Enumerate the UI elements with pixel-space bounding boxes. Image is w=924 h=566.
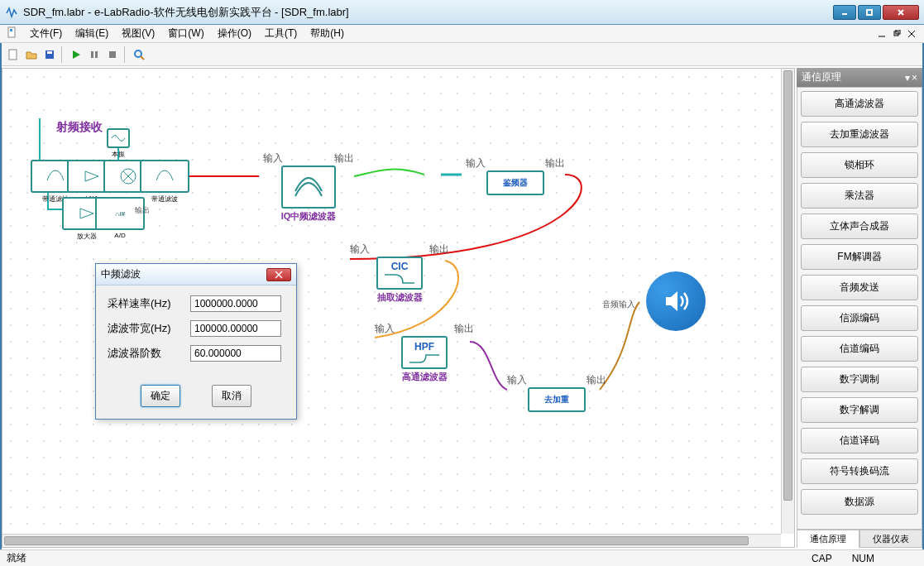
window-titlebar: SDR_fm.labr - e-LabRadio-软件无线电创新实践平台 - [… (0, 0, 924, 25)
disc-in-label: 输入 (466, 156, 486, 170)
svg-marker-24 (80, 209, 93, 218)
category-button[interactable]: 乘法器 (801, 183, 918, 209)
cic-box-text: CIC (391, 261, 409, 272)
ad-label: A/D (114, 232, 125, 239)
cic-out-label: 输出 (429, 242, 449, 257)
side-panel-header: 通信原理 ▾ × (797, 68, 922, 87)
mdi-restore-button[interactable] (891, 28, 902, 40)
side-panel-tabs: 通信原理 仪器仪表 (797, 530, 922, 548)
lo-label: 本振 (112, 150, 125, 159)
filter-order-input[interactable] (190, 345, 281, 362)
hpf-label: 高通滤波器 (402, 371, 448, 383)
mdi-minimize-button[interactable] (876, 28, 888, 40)
category-button[interactable]: 信道编码 (801, 336, 918, 362)
panel-dropdown-icon[interactable]: ▾ (905, 72, 910, 84)
bpf2-block[interactable] (140, 160, 189, 193)
side-panel: 通信原理 ▾ × 高通滤波器 去加重滤波器 锁相环 乘法器 立体声合成器 FM解… (797, 68, 922, 548)
menu-edit[interactable]: 编辑(E) (69, 25, 115, 42)
deemph-in-label: 输入 (507, 373, 527, 387)
status-bar: 就绪 CAP NUM (0, 549, 924, 566)
menu-tool[interactable]: 工具(T) (258, 25, 304, 42)
iq-in-label: 输入 (263, 151, 283, 165)
vertical-scrollbar[interactable] (781, 69, 794, 534)
cic-in-label: 输入 (350, 242, 370, 257)
dialog-title: 中频滤波 (101, 267, 266, 281)
category-button[interactable]: 数据源 (801, 489, 918, 515)
disc-out-label: 输出 (545, 156, 565, 170)
cic-label: 抽取滤波器 (377, 291, 423, 304)
cic-block[interactable]: CIC (376, 257, 423, 290)
iq-filter-label: IQ中频滤波器 (281, 210, 337, 223)
svg-rect-4 (8, 27, 15, 37)
doc-icon (7, 26, 18, 41)
app-icon (5, 6, 18, 19)
deemph-out-label: 输出 (586, 373, 606, 387)
window-title: SDR_fm.labr - e-LabRadio-软件无线电创新实践平台 - [… (23, 5, 831, 20)
if-filter-dialog: 中频滤波 采样速率(Hz) 滤波带宽(Hz) 滤波器阶数 确定 取消 (95, 263, 297, 420)
status-cap: CAP (802, 553, 842, 564)
minimize-button[interactable] (833, 5, 856, 20)
ok-button[interactable]: 确定 (141, 385, 180, 407)
svg-rect-5 (10, 29, 12, 31)
menu-view[interactable]: 视图(V) (115, 25, 161, 42)
cancel-button[interactable]: 取消 (212, 385, 251, 407)
deemphasis-block[interactable]: 去加重 (528, 387, 586, 412)
sample-rate-input[interactable] (190, 295, 281, 312)
svg-rect-1 (867, 10, 872, 15)
category-button[interactable]: 锁相环 (801, 152, 918, 178)
hpf-box-text: HPF (414, 341, 434, 353)
menu-bar: 文件(F) 编辑(E) 视图(V) 窗口(W) 操作(O) 工具(T) 帮助(H… (0, 25, 924, 43)
category-button[interactable]: 音频发送 (801, 275, 918, 300)
bandwidth-input[interactable] (190, 320, 281, 337)
rf-out-label: 输出 (135, 205, 150, 216)
dialog-titlebar[interactable]: 中频滤波 (96, 264, 296, 285)
menu-help[interactable]: 帮助(H) (304, 25, 351, 42)
category-button[interactable]: 信源编码 (801, 305, 918, 331)
rf-receive-label: 射频接收 (56, 120, 103, 135)
category-button[interactable]: 信道译码 (801, 428, 918, 453)
category-button[interactable]: 高通滤波器 (801, 91, 918, 117)
hpf-out-label: 输出 (454, 322, 474, 336)
iq-out-label: 输出 (334, 151, 354, 165)
category-button[interactable]: 去加重滤波器 (801, 122, 918, 147)
mdi-close-button[interactable] (906, 28, 917, 40)
hpf-block[interactable]: HPF (401, 336, 448, 369)
tab-instruments[interactable]: 仪器仪表 (859, 530, 922, 548)
maximize-button[interactable] (858, 5, 881, 20)
filter-order-label: 滤波器阶数 (108, 346, 190, 361)
hpf-in-label: 输入 (375, 322, 395, 336)
category-button[interactable]: 符号转换码流 (801, 458, 918, 484)
panel-close-icon[interactable]: × (912, 72, 917, 84)
side-panel-body: 高通滤波器 去加重滤波器 锁相环 乘法器 立体声合成器 FM解调器 音频发送 信… (797, 87, 922, 530)
category-button[interactable]: FM解调器 (801, 244, 918, 270)
iq-filter-block[interactable] (281, 165, 336, 209)
svg-marker-20 (85, 171, 98, 181)
status-num: NUM (842, 553, 884, 564)
bpf2-label: 带通滤波 (151, 194, 178, 204)
menu-window[interactable]: 窗口(W) (161, 25, 210, 42)
audio-in-label: 音频输入 (602, 299, 635, 310)
amp-label: 放大器 (77, 232, 97, 241)
menu-file[interactable]: 文件(F) (23, 25, 69, 42)
bandwidth-label: 滤波带宽(Hz) (108, 321, 190, 336)
status-ready: 就绪 (7, 551, 26, 565)
category-button[interactable]: 立体声合成器 (801, 213, 918, 239)
category-button[interactable]: 数字解调 (801, 397, 918, 423)
lo-block[interactable] (107, 128, 130, 148)
dialog-close-button[interactable] (266, 268, 291, 281)
close-button[interactable] (883, 5, 919, 20)
audio-output-block[interactable] (646, 271, 706, 331)
tab-comm-theory[interactable]: 通信原理 (797, 530, 859, 548)
side-panel-title: 通信原理 (802, 70, 841, 84)
category-button[interactable]: 数字调制 (801, 367, 918, 392)
sample-rate-label: 采样速率(Hz) (108, 296, 190, 311)
discriminator-block[interactable]: 鉴频器 (486, 170, 544, 195)
horizontal-scrollbar[interactable] (2, 534, 781, 547)
menu-operate[interactable]: 操作(O) (211, 25, 258, 42)
